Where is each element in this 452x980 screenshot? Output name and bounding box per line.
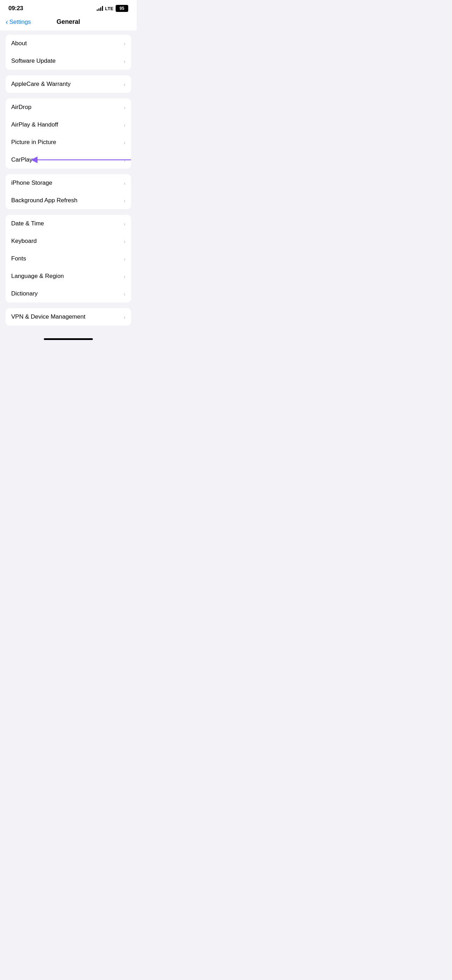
airdrop-item[interactable]: AirDrop › (6, 99, 131, 116)
software-update-right: › (124, 58, 126, 64)
vpn-device-management-item[interactable]: VPN & Device Management › (6, 308, 131, 326)
section-localization: Date & Time › Keyboard › Fonts › Languag… (6, 215, 131, 302)
applecare-label: AppleCare & Warranty (11, 81, 70, 88)
picture-in-picture-item[interactable]: Picture in Picture › (6, 134, 131, 151)
dictionary-label: Dictionary (11, 290, 38, 297)
background-app-refresh-item[interactable]: Background App Refresh › (6, 192, 131, 209)
iphone-storage-item[interactable]: iPhone Storage › (6, 174, 131, 192)
fonts-item[interactable]: Fonts › (6, 250, 131, 267)
applecare-chevron-icon: › (124, 81, 126, 87)
airdrop-right: › (124, 105, 126, 110)
date-time-item[interactable]: Date & Time › (6, 215, 131, 232)
language-region-chevron-icon: › (124, 274, 126, 279)
keyboard-chevron-icon: › (124, 238, 126, 244)
applecare-right: › (124, 81, 126, 87)
date-time-label: Date & Time (11, 220, 44, 227)
carplay-right: › (124, 157, 126, 163)
page-title: General (56, 18, 80, 25)
home-bar (44, 338, 93, 340)
dictionary-right: › (124, 291, 126, 297)
carplay-arrow-annotation (30, 154, 131, 165)
vpn-device-management-chevron-icon: › (124, 314, 126, 320)
language-region-label: Language & Region (11, 273, 64, 280)
language-region-right: › (124, 274, 126, 279)
signal-icon (97, 6, 103, 11)
status-time: 09:23 (8, 5, 23, 12)
software-update-label: Software Update (11, 57, 56, 65)
airplay-handoff-item[interactable]: AirPlay & Handoff › (6, 116, 131, 134)
status-bar: 09:23 LTE 95 (0, 0, 137, 15)
iphone-storage-label: iPhone Storage (11, 180, 52, 186)
keyboard-item[interactable]: Keyboard › (6, 232, 131, 250)
fonts-chevron-icon: › (124, 256, 126, 262)
background-app-refresh-label: Background App Refresh (11, 197, 78, 204)
section-vpn: VPN & Device Management › (6, 308, 131, 326)
background-app-refresh-chevron-icon: › (124, 198, 126, 204)
lte-label: LTE (105, 6, 113, 11)
vpn-device-management-right: › (124, 314, 126, 320)
section-connectivity: AirDrop › AirPlay & Handoff › Picture in… (6, 99, 131, 169)
airdrop-chevron-icon: › (124, 105, 126, 110)
back-label: Settings (10, 19, 31, 25)
battery-indicator: 95 (116, 5, 128, 12)
applecare-item[interactable]: AppleCare & Warranty › (6, 75, 131, 93)
picture-in-picture-right: › (124, 140, 126, 145)
picture-in-picture-label: Picture in Picture (11, 139, 56, 146)
airplay-handoff-label: AirPlay & Handoff (11, 121, 58, 128)
home-indicator (0, 336, 137, 344)
dictionary-chevron-icon: › (124, 291, 126, 297)
vpn-device-management-label: VPN & Device Management (11, 313, 86, 320)
back-chevron-icon: ‹ (6, 18, 8, 25)
dictionary-item[interactable]: Dictionary › (6, 285, 131, 302)
carplay-chevron-icon: › (124, 157, 126, 163)
language-region-item[interactable]: Language & Region › (6, 267, 131, 285)
iphone-storage-right: › (124, 180, 126, 186)
software-update-chevron-icon: › (124, 58, 126, 64)
carplay-item[interactable]: CarPlay › (6, 151, 131, 169)
about-label: About (11, 40, 27, 47)
settings-content: About › Software Update › AppleCare & Wa… (0, 30, 137, 336)
about-chevron-icon: › (124, 41, 126, 47)
airplay-handoff-chevron-icon: › (124, 122, 126, 128)
date-time-right: › (124, 221, 126, 227)
fonts-right: › (124, 256, 126, 262)
section-system: About › Software Update › (6, 35, 131, 70)
picture-in-picture-chevron-icon: › (124, 140, 126, 145)
software-update-item[interactable]: Software Update › (6, 52, 131, 70)
section-storage: iPhone Storage › Background App Refresh … (6, 174, 131, 209)
back-button[interactable]: ‹ Settings (6, 19, 31, 25)
date-time-chevron-icon: › (124, 221, 126, 227)
nav-header: ‹ Settings General (0, 15, 137, 30)
keyboard-label: Keyboard (11, 238, 37, 245)
airdrop-label: AirDrop (11, 104, 32, 111)
iphone-storage-chevron-icon: › (124, 180, 126, 186)
background-app-refresh-right: › (124, 198, 126, 204)
about-item[interactable]: About › (6, 35, 131, 52)
fonts-label: Fonts (11, 255, 26, 262)
section-applecare: AppleCare & Warranty › (6, 75, 131, 93)
keyboard-right: › (124, 238, 126, 244)
carplay-label: CarPlay (11, 156, 32, 163)
airplay-handoff-right: › (124, 122, 126, 128)
about-right: › (124, 41, 126, 47)
status-icons: LTE 95 (97, 5, 128, 12)
